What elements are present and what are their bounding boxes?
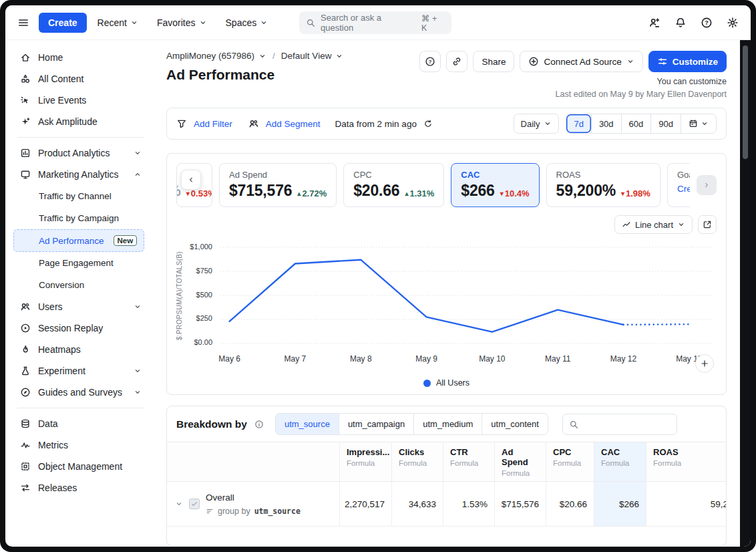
date-range-90d[interactable]: 90d xyxy=(650,114,681,133)
menu-favorites[interactable]: Favorites xyxy=(157,17,207,28)
cell-impressi[interactable]: 2,270,517 xyxy=(339,482,391,526)
sidebar-item-heatmaps[interactable]: Heatmaps xyxy=(13,339,148,360)
open-chart-button[interactable] xyxy=(698,215,717,234)
breakdown-tab-utm-source[interactable]: utm_source xyxy=(275,413,339,435)
menu-spaces[interactable]: Spaces xyxy=(226,17,268,28)
date-range-calendar-button[interactable] xyxy=(681,114,716,133)
column-header-clicks[interactable]: ClicksFormula xyxy=(391,442,443,481)
row-label-cell[interactable]: Overallgroup byutm_source xyxy=(167,482,339,526)
sidebar-item-metrics[interactable]: Metrics xyxy=(13,434,148,456)
metric-label: CPC xyxy=(353,170,434,180)
row-name: Overall xyxy=(206,493,301,503)
main-content: AmpliMoney (657986) / Default View Ad Pe… xyxy=(156,40,740,547)
global-search-input[interactable]: Search or ask a question ⌘ + K xyxy=(299,11,451,34)
sidebar-item-all-content[interactable]: All Content xyxy=(13,68,148,90)
sidebar-item-users[interactable]: Users xyxy=(13,296,148,317)
cell-clicks[interactable]: 34,633 xyxy=(391,482,443,526)
sidebar-item-page-engagement[interactable]: Page Engagement xyxy=(13,252,121,274)
add-annotation-button[interactable] xyxy=(695,354,714,373)
cell-roas[interactable]: 59,200% xyxy=(646,482,727,526)
metric-delta: ▴1.31% xyxy=(405,188,434,198)
column-formula-label: Formula xyxy=(553,459,587,467)
sidebar-item-home[interactable]: Home xyxy=(13,47,148,68)
metric-card-ad-spend[interactable]: Ad Spend$715,576▴2.72% xyxy=(219,163,337,207)
column-header-cac[interactable]: CACFormula xyxy=(594,442,646,481)
customize-button[interactable]: Customize xyxy=(648,51,727,72)
metric-card-roas[interactable]: ROAS59,200%▾1.98% xyxy=(546,163,660,207)
x-tick-label: May 10 xyxy=(479,354,505,364)
column-header-ad-spend[interactable]: Ad SpendFormula xyxy=(494,442,546,481)
row-checkbox[interactable] xyxy=(189,499,200,509)
sidebar-item-session-replay[interactable]: Session Replay xyxy=(13,317,148,339)
connect-ad-source-button[interactable]: Connect Ad Source xyxy=(520,51,642,72)
column-header-cpc[interactable]: CPCFormula xyxy=(546,442,594,481)
column-header-ctr[interactable]: CTRFormula xyxy=(443,442,494,481)
metrics-next-button[interactable] xyxy=(697,175,717,195)
sidebar-item-live-events[interactable]: Live Events xyxy=(13,90,148,111)
sidebar-item-product-analytics[interactable]: Product Analytics xyxy=(13,142,148,164)
invite-user-icon[interactable] xyxy=(648,17,660,29)
settings-gear-icon[interactable] xyxy=(727,17,739,29)
data-icon xyxy=(20,418,31,429)
scrollbar-thumb[interactable] xyxy=(743,45,748,159)
share-button[interactable]: Share xyxy=(473,51,514,72)
goal-create-link[interactable]: Create xyxy=(677,184,690,194)
sidebar-item-conversion[interactable]: Conversion xyxy=(13,274,91,296)
help-button[interactable]: ? xyxy=(419,51,441,72)
add-segment-button[interactable]: Add Segment xyxy=(266,119,321,129)
sidebar-item-traffic-by-channel[interactable]: Traffic by Channel xyxy=(13,185,119,207)
sidebar-item-marketing-analytics[interactable]: Marketing Analytics xyxy=(13,164,148,185)
breadcrumb-view-selector[interactable]: Default View xyxy=(281,51,344,61)
breakdown-tab-utm-content[interactable]: utm_content xyxy=(482,413,548,435)
sidebar-navigation: HomeAll ContentLive EventsAsk AmplitudeP… xyxy=(5,40,156,547)
cell-ad-spend[interactable]: $715,576 xyxy=(494,482,546,526)
chart-type-dropdown[interactable]: Line chart xyxy=(614,215,693,234)
breakdown-search[interactable] xyxy=(562,414,677,435)
sidebar-item-ad-performance[interactable]: Ad PerformanceNew xyxy=(13,229,144,252)
y-tick-label: $750 xyxy=(196,267,212,275)
cell-cac[interactable]: $266 xyxy=(594,482,646,526)
sidebar-subitem-label: Conversion xyxy=(39,280,84,290)
menu-recent[interactable]: Recent xyxy=(98,17,138,28)
date-range-60d[interactable]: 60d xyxy=(621,114,651,133)
refresh-icon[interactable] xyxy=(423,119,433,128)
chart-plot-area[interactable] xyxy=(218,242,714,350)
sidebar-item-ask-amplitude[interactable]: Ask Amplitude xyxy=(13,111,148,132)
breakdown-tab-utm-medium[interactable]: utm_medium xyxy=(413,413,482,435)
create-button[interactable]: Create xyxy=(39,13,87,33)
x-tick-label: May 11 xyxy=(545,354,570,364)
breadcrumb-project-selector[interactable]: AmpliMoney (657986) xyxy=(166,51,266,61)
sidebar-item-object-management[interactable]: Object Management xyxy=(13,456,148,477)
column-formula-label: Formula xyxy=(653,459,727,467)
column-header-impressi[interactable]: Impressi...Formula xyxy=(339,442,391,481)
sidebar-item-guides-and-surveys[interactable]: Guides and Surveys xyxy=(13,382,148,403)
column-header-roas[interactable]: ROASFormula xyxy=(646,442,727,481)
breakdown-tab-utm-campaign[interactable]: utm_campaign xyxy=(339,413,414,435)
add-filter-button[interactable]: Add Filter xyxy=(194,119,232,129)
metric-card-goal[interactable]: GoalCreate xyxy=(667,163,690,207)
sidebar-item-traffic-by-campaign[interactable]: Traffic by Campaign xyxy=(13,207,126,229)
breakdown-search-input[interactable] xyxy=(583,418,671,431)
sidebar-item-experiment[interactable]: Experiment xyxy=(13,360,148,382)
date-range-group: 7d30d60d90d xyxy=(566,114,717,134)
help-icon[interactable]: ? xyxy=(701,17,713,29)
date-range-7d[interactable]: 7d xyxy=(566,114,590,133)
hamburger-menu-icon[interactable] xyxy=(17,17,29,29)
metric-card-cac[interactable]: CAC$266▾10.4% xyxy=(451,163,539,207)
sidebar-item-data[interactable]: Data xyxy=(13,413,148,434)
date-range-30d[interactable]: 30d xyxy=(591,114,621,133)
metrics-prev-button[interactable] xyxy=(181,170,201,190)
metric-cards-strip: 7%▾0.53%Ad Spend$715,576▴2.72%CPC$20.66▴… xyxy=(167,154,726,210)
copy-link-button[interactable] xyxy=(446,51,467,72)
sidebar-item-releases[interactable]: Releases xyxy=(13,477,148,499)
info-icon[interactable] xyxy=(254,420,264,429)
granularity-dropdown[interactable]: Daily xyxy=(514,114,560,134)
column-name: ROAS xyxy=(653,447,727,457)
live-events-icon xyxy=(20,95,31,106)
chevron-down-icon xyxy=(134,303,142,311)
cell-ctr[interactable]: 1.53% xyxy=(443,482,494,526)
cell-cpc[interactable]: $20.66 xyxy=(546,482,594,526)
column-name: Impressi... xyxy=(347,447,385,457)
metric-card-cpc[interactable]: CPC$20.66▴1.31% xyxy=(343,163,444,207)
notifications-bell-icon[interactable] xyxy=(675,17,687,29)
